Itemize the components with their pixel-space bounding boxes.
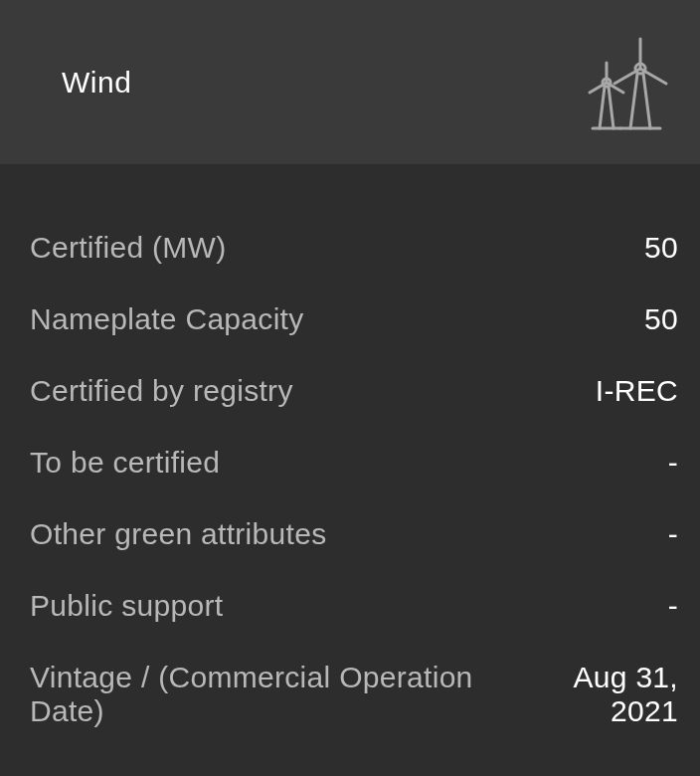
energy-type-title: Wind	[62, 66, 131, 99]
detail-label: To be certified	[30, 446, 220, 480]
detail-label: Vintage / (Commercial Operation Date)	[30, 661, 512, 728]
svg-line-5	[609, 87, 613, 128]
detail-value: -	[668, 517, 678, 551]
header: Wind	[0, 0, 700, 164]
details-list: Certified (MW) 50 Nameplate Capacity 50 …	[0, 164, 700, 776]
wind-turbine-icon	[579, 33, 678, 132]
detail-value: 50	[644, 302, 678, 336]
detail-value: -	[668, 589, 678, 623]
detail-value: I-REC	[596, 374, 678, 408]
svg-line-11	[630, 74, 637, 128]
detail-row: Certified (MW) 50	[30, 212, 678, 284]
detail-value: 50	[644, 231, 678, 265]
detail-row: Public support -	[30, 570, 678, 642]
detail-row: To be certified -	[30, 427, 678, 498]
detail-label: Public support	[30, 589, 223, 623]
detail-row: Vintage / (Commercial Operation Date) Au…	[30, 642, 678, 747]
detail-row: Certified by registry I-REC	[30, 355, 678, 427]
detail-label: Certified (MW)	[30, 231, 227, 265]
detail-row: Nameplate Capacity 50	[30, 284, 678, 355]
detail-label: Other green attributes	[30, 517, 326, 551]
detail-label: Nameplate Capacity	[30, 302, 304, 336]
detail-value: Aug 31, 2021	[512, 661, 678, 728]
svg-line-12	[643, 74, 650, 128]
detail-value: -	[668, 446, 678, 480]
svg-line-4	[600, 87, 605, 128]
detail-row: Other green attributes -	[30, 498, 678, 570]
detail-label: Certified by registry	[30, 374, 293, 408]
